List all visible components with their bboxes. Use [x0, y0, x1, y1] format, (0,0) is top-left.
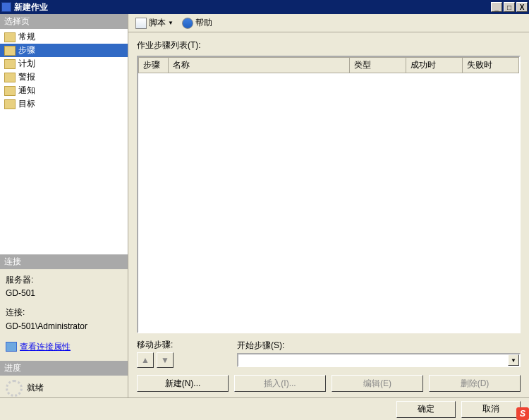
link-label: 查看连接属性 [20, 340, 71, 354]
minimize-button[interactable]: _ [491, 2, 502, 12]
connection-value: GD-501\Administrator [6, 320, 122, 333]
close-button[interactable]: X [516, 2, 528, 12]
move-down-button[interactable]: ▼ [157, 352, 174, 368]
progress-header: 进度 [0, 361, 128, 376]
help-label: 帮助 [195, 17, 212, 29]
help-icon [182, 18, 193, 29]
move-label: 移动步骤: [137, 339, 229, 351]
progress-section: 就绪 [0, 376, 128, 401]
view-connection-props-link[interactable]: 查看连接属性 [6, 340, 71, 354]
page-icon [4, 73, 16, 82]
delete-button[interactable]: 删除(D) [429, 375, 521, 392]
btn-label: 删除(D) [461, 378, 490, 390]
connection-icon [6, 342, 17, 352]
page-icon [4, 46, 16, 56]
nav-item-notifications[interactable]: 通知 [0, 84, 128, 97]
nav-label: 计划 [18, 58, 35, 70]
start-step-control: 开始步骤(S): ▼ [237, 340, 521, 367]
window-buttons: _ □ X [491, 2, 528, 12]
insert-button[interactable]: 插入(I)... [234, 375, 326, 392]
connection-section: 服务器: GD-501 连接: GD-501\Administrator 查看连… [0, 269, 128, 361]
step-list-label: 作业步骤列表(T): [137, 39, 521, 51]
move-up-button[interactable]: ▲ [137, 352, 154, 368]
step-list-table[interactable]: 步骤 名称 类型 成功时 失败时 [137, 56, 521, 333]
server-value: GD-501 [6, 287, 122, 300]
nav-label: 目标 [18, 98, 35, 110]
script-button[interactable]: 脚本 ▼ [133, 16, 176, 30]
page-icon [4, 32, 16, 42]
cancel-button[interactable]: 取消 [461, 401, 521, 418]
toolbar: 脚本 ▼ 帮助 [128, 14, 529, 32]
btn-label: 新建(N)... [165, 378, 201, 390]
nav-list: 常规 步骤 计划 警报 通知 目标 [0, 29, 128, 254]
col-on-success[interactable]: 成功时 [406, 58, 463, 73]
new-button[interactable]: 新建(N)... [137, 375, 229, 392]
nav-item-general[interactable]: 常规 [0, 30, 128, 44]
page-icon [4, 86, 16, 96]
select-page-header: 选择页 [0, 14, 128, 29]
script-label: 脚本 [149, 17, 166, 29]
nav-label: 常规 [18, 31, 35, 43]
nav-item-schedules[interactable]: 计划 [0, 57, 128, 70]
start-label: 开始步骤(S): [237, 340, 521, 352]
grid: 步骤 名称 类型 成功时 失败时 [138, 57, 519, 73]
btn-label: 编辑(E) [363, 378, 391, 390]
chevron-down-icon[interactable]: ▼ [508, 354, 519, 366]
col-on-fail[interactable]: 失败时 [463, 58, 519, 73]
left-pane: 选择页 常规 步骤 计划 警报 通知 目标 连接 服务器: GD-501 连接:… [0, 14, 128, 397]
ime-badge[interactable]: S [516, 407, 529, 420]
page-icon [4, 59, 16, 69]
maximize-button[interactable]: □ [504, 2, 515, 12]
script-icon [135, 18, 147, 29]
progress-spinner-icon [6, 380, 23, 397]
help-button[interactable]: 帮助 [179, 16, 215, 30]
btn-label: 取消 [482, 403, 499, 415]
btn-label: 确定 [418, 403, 434, 415]
footer: 确定 取消 [0, 397, 529, 420]
btn-label: 插入(I)... [264, 378, 296, 390]
main-area: 作业步骤列表(T): 步骤 名称 类型 成功时 失败时 移动步骤: [128, 32, 529, 397]
connection-header: 连接 [0, 254, 128, 269]
progress-status: 就绪 [27, 382, 44, 394]
window-icon [1, 2, 11, 12]
dropdown-icon: ▼ [168, 20, 174, 26]
nav-label: 步骤 [18, 44, 35, 56]
edit-button[interactable]: 编辑(E) [332, 375, 423, 392]
start-step-combo[interactable]: ▼ [237, 353, 521, 367]
nav-label: 警报 [18, 71, 35, 83]
col-step[interactable]: 步骤 [139, 58, 169, 73]
nav-item-alerts[interactable]: 警报 [0, 70, 128, 84]
content-area: 选择页 常规 步骤 计划 警报 通知 目标 连接 服务器: GD-501 连接:… [0, 14, 529, 397]
col-name[interactable]: 名称 [169, 58, 350, 73]
nav-item-targets[interactable]: 目标 [0, 97, 128, 111]
window-title: 新建作业 [14, 1, 491, 13]
ok-button[interactable]: 确定 [396, 401, 456, 418]
right-pane: 脚本 ▼ 帮助 作业步骤列表(T): 步骤 名称 类型 成功时 失败时 [128, 14, 529, 397]
bottom-row: 移动步骤: ▲ ▼ 开始步骤(S): ▼ [137, 339, 521, 368]
action-row: 新建(N)... 插入(I)... 编辑(E) 删除(D) [137, 375, 521, 392]
col-type[interactable]: 类型 [350, 58, 406, 73]
connection-label: 连接: [6, 306, 122, 319]
server-label: 服务器: [6, 273, 122, 287]
nav-label: 通知 [18, 85, 35, 97]
nav-item-steps[interactable]: 步骤 [0, 44, 128, 57]
move-step-control: 移动步骤: ▲ ▼ [137, 339, 229, 368]
titlebar: 新建作业 _ □ X [0, 0, 529, 14]
page-icon [4, 99, 16, 109]
